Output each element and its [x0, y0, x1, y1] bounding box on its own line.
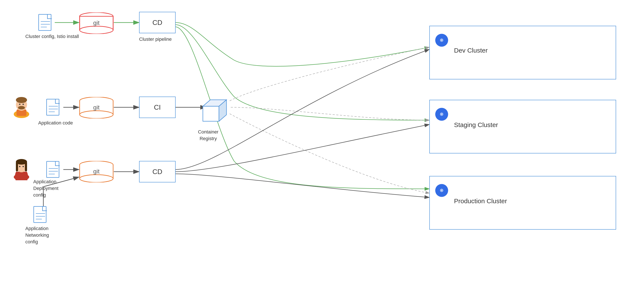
staging-cluster-label: Staging Cluster: [454, 121, 498, 128]
svg-rect-12: [39, 14, 51, 30]
svg-point-38: [80, 111, 113, 118]
ops-avatar: [12, 157, 31, 180]
svg-rect-51: [46, 162, 59, 178]
container-registry: [198, 94, 230, 128]
production-cluster-label: Production Cluster: [454, 198, 507, 205]
cluster-config-doc: [38, 14, 53, 32]
app-network-label: ApplicationNetworkingconfig: [25, 225, 49, 245]
registry-label: Container Registry: [192, 129, 224, 142]
dev-cluster-label: Dev Cluster: [454, 47, 488, 54]
k8s-icon-staging: ⎈: [435, 107, 449, 121]
k8s-icon-production: ⎈: [435, 184, 449, 198]
svg-rect-30: [46, 99, 59, 115]
svg-text:⎈: ⎈: [440, 187, 444, 193]
svg-text:⎈: ⎈: [440, 110, 444, 117]
git-cylinder-row3: git: [79, 161, 114, 183]
git-cylinder-row1: git: [79, 12, 114, 35]
svg-point-49: [19, 166, 20, 167]
k8s-icon-dev: ⎈: [435, 33, 449, 47]
svg-point-20: [80, 26, 113, 34]
svg-rect-47: [16, 162, 18, 172]
app-code-label: Application code: [38, 120, 73, 126]
svg-point-59: [80, 175, 113, 182]
app-code-doc: [46, 99, 61, 117]
ci-box: CI: [139, 96, 176, 118]
svg-rect-61: [34, 206, 46, 222]
svg-text:git: git: [93, 168, 100, 175]
app-deploy-label: ApplicationDeploymentconfig: [33, 178, 58, 198]
svg-text:git: git: [93, 104, 100, 111]
app-deploy-doc: [46, 161, 61, 179]
svg-point-27: [18, 106, 25, 110]
svg-marker-40: [203, 106, 219, 121]
svg-point-29: [22, 104, 24, 105]
svg-text:⎈: ⎈: [440, 36, 444, 43]
cd-box-row1: CD: [139, 12, 176, 33]
developer-avatar: [12, 94, 31, 118]
svg-rect-48: [25, 162, 27, 172]
app-network-doc: [33, 206, 48, 224]
git-cylinder-row2: git: [79, 97, 114, 119]
svg-text:git: git: [93, 20, 100, 26]
svg-point-28: [19, 104, 20, 105]
diagram-container: Cluster config, Istio install git CD Clu…: [0, 0, 644, 294]
cd-box-row3: CD: [139, 161, 176, 182]
cluster-config-label: Cluster config, Istio install: [25, 33, 79, 40]
cluster-pipeline-label: Cluster pipeline: [139, 36, 172, 43]
svg-point-26: [16, 97, 27, 103]
svg-point-50: [22, 166, 24, 167]
